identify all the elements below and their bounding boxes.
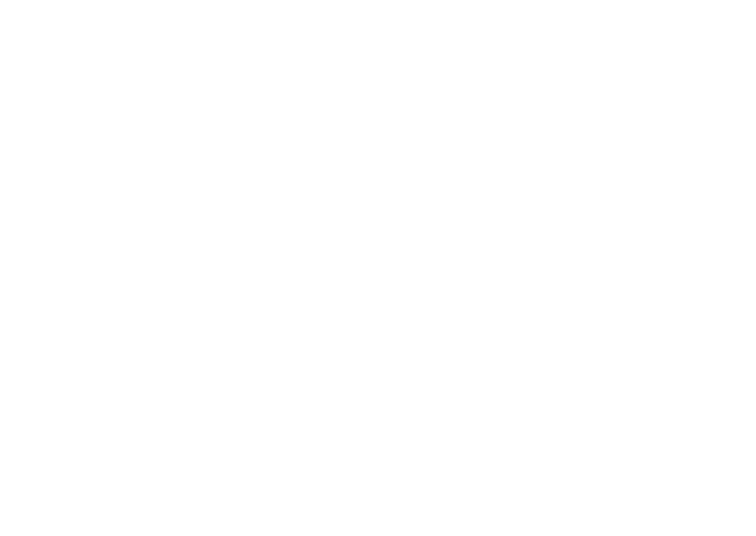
diagram-canvas [0,0,756,536]
